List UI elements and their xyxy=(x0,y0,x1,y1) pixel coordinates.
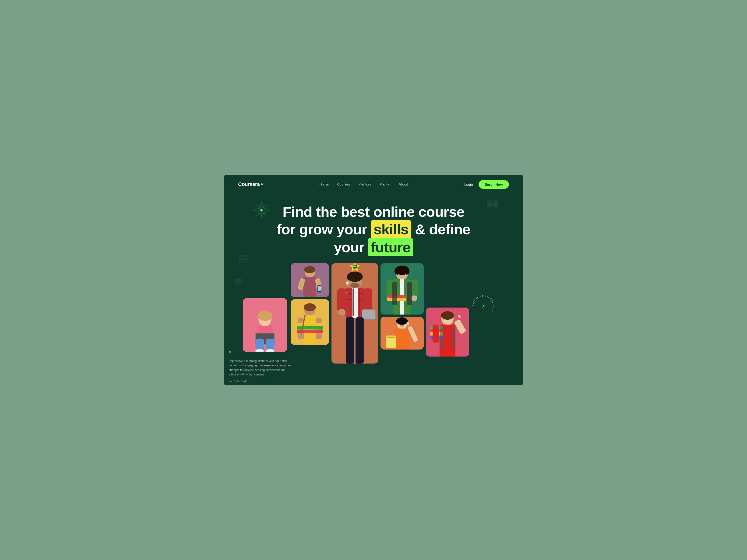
photo-card-guy-phone xyxy=(291,263,329,297)
logo-dot xyxy=(261,183,263,185)
nav-about[interactable]: About xyxy=(399,182,408,186)
svg-rect-39 xyxy=(256,339,264,351)
testimonial-section: " Impressive e-learning platform with to… xyxy=(229,350,294,383)
svg-rect-28 xyxy=(243,259,248,263)
main-window: Coursera Home Courses Mentors Pricing Ab… xyxy=(224,175,523,385)
photo-card-girl-books xyxy=(291,299,329,345)
svg-rect-113 xyxy=(454,319,466,335)
testimonial-text: Impressive e-learning platform with top-… xyxy=(229,359,294,377)
nav-right: Login Enroll Now xyxy=(464,180,509,189)
testimonial-author: — Ross Taylor xyxy=(229,379,294,383)
svg-rect-105 xyxy=(387,337,395,338)
svg-rect-100 xyxy=(394,328,410,349)
svg-point-112 xyxy=(441,311,454,320)
headline-line3-prefix: your xyxy=(334,239,364,255)
svg-rect-80 xyxy=(356,317,364,364)
nav-pricing[interactable]: Pricing xyxy=(380,182,390,186)
photo-card-main-guy xyxy=(332,263,378,364)
navbar: Coursera Home Courses Mentors Pricing Ab… xyxy=(224,175,523,194)
svg-rect-27 xyxy=(238,259,243,263)
login-button[interactable]: Login xyxy=(464,183,473,186)
badge-star-icon xyxy=(349,263,361,273)
brand-name: Coursera xyxy=(238,181,260,187)
svg-rect-97 xyxy=(407,282,412,305)
logo[interactable]: Coursera xyxy=(238,181,263,187)
photo-card-guy-books xyxy=(381,263,424,315)
svg-text:↗: ↗ xyxy=(481,304,485,309)
svg-rect-44 xyxy=(304,277,316,297)
headline-line2-suffix: & define xyxy=(415,221,470,237)
svg-point-75 xyxy=(338,309,345,316)
svg-point-106 xyxy=(400,325,404,327)
photo-card-woman-pointing xyxy=(426,308,469,356)
svg-rect-81 xyxy=(353,288,354,316)
svg-rect-61 xyxy=(353,266,357,267)
svg-rect-121 xyxy=(452,326,455,349)
svg-rect-74 xyxy=(363,288,372,312)
nav-courses[interactable]: Courses xyxy=(337,182,350,186)
nav-home[interactable]: Home xyxy=(319,182,329,186)
svg-rect-96 xyxy=(392,282,397,305)
nav-mentors[interactable]: Mentors xyxy=(359,182,371,186)
svg-rect-55 xyxy=(297,326,323,329)
svg-rect-119 xyxy=(433,325,439,343)
svg-point-35 xyxy=(257,311,273,321)
hero-section: Find the best online course for grow you… xyxy=(224,194,523,385)
headline-highlight-future: future xyxy=(368,238,413,256)
svg-rect-40 xyxy=(266,339,274,351)
photo-card-girl-laptop xyxy=(243,298,287,352)
svg-rect-48 xyxy=(318,286,321,291)
svg-rect-56 xyxy=(297,323,323,326)
headline-line2-prefix: for grow your xyxy=(277,221,367,237)
svg-rect-79 xyxy=(346,317,354,364)
svg-point-86 xyxy=(394,268,400,275)
nav-links: Home Courses Mentors Pricing About xyxy=(319,182,408,186)
photo-card-asian-girl xyxy=(381,317,424,349)
svg-point-114 xyxy=(458,314,461,318)
svg-point-82 xyxy=(346,282,349,284)
svg-rect-62 xyxy=(354,268,356,269)
enroll-button[interactable]: Enroll Now xyxy=(479,180,509,189)
svg-point-99 xyxy=(396,317,408,325)
headline-line1: Find the best online course xyxy=(282,204,464,220)
explore-circle-text[interactable]: Explore Latest Courses • ↗ xyxy=(470,294,496,319)
hero-headline: Find the best online course for grow you… xyxy=(238,194,509,256)
quote-mark-icon: " xyxy=(229,350,294,357)
svg-point-49 xyxy=(304,266,315,273)
headline-highlight-skills: skills xyxy=(371,220,411,238)
svg-rect-73 xyxy=(337,288,346,312)
svg-rect-120 xyxy=(440,326,443,349)
svg-point-65 xyxy=(350,283,360,288)
svg-rect-78 xyxy=(362,310,376,319)
svg-rect-104 xyxy=(387,336,395,337)
svg-point-87 xyxy=(404,268,409,275)
svg-point-57 xyxy=(304,303,316,311)
